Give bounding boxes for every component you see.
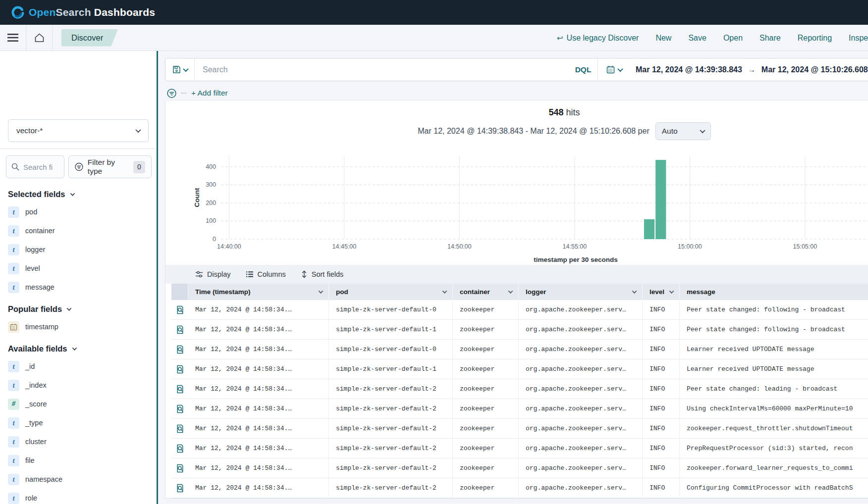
index-pattern-value: vector-* (16, 126, 43, 135)
toolbar-sort-fields-button[interactable]: Sort fields (301, 270, 343, 278)
cell-logger: org.apache.zookeeper.serv… (519, 478, 643, 498)
hamburger-icon (7, 33, 18, 42)
opensearch-logo[interactable]: OpenSearch Dashboards (11, 6, 155, 19)
field-item-level[interactable]: tlevel (8, 262, 149, 274)
nav-action-save[interactable]: Save (688, 34, 706, 43)
date-picker-button[interactable] (598, 58, 631, 81)
search-input[interactable] (195, 58, 569, 81)
field-item-container[interactable]: tcontainer (8, 225, 149, 237)
field-name: logger (25, 246, 45, 253)
cell-message: PrepRequestProcessor (sid:3) started, re… (680, 439, 868, 458)
inspect-document-button[interactable] (171, 300, 188, 320)
section-header-popular-fields[interactable]: Popular fields (8, 304, 149, 314)
field-item-logger[interactable]: tlogger (8, 244, 149, 255)
field-type-string-badge: t (8, 455, 19, 466)
hits-count: 548 hits (165, 107, 868, 118)
field-item-role[interactable]: trole (8, 492, 149, 504)
interval-value: Auto (662, 127, 678, 136)
menu-button[interactable] (0, 25, 26, 50)
field-item-pod[interactable]: tpod (8, 206, 149, 218)
svg-text:15:05:00: 15:05:00 (793, 243, 817, 250)
cell-time: Mar 12, 2024 @ 14:58:34.… (188, 419, 329, 439)
column-header-time-timestamp-[interactable]: Time (timestamp) (188, 284, 329, 300)
field-item-file[interactable]: tfile (8, 454, 149, 466)
cell-message: Learner received UPTODATE message (680, 359, 868, 379)
field-type-number-badge: # (8, 399, 19, 410)
nav-action-use-legacy-discover[interactable]: ↩Use legacy Discover (557, 34, 639, 43)
section-title: Available fields (8, 344, 67, 353)
nav-action-share[interactable]: Share (760, 34, 781, 43)
cell-time: Mar 12, 2024 @ 14:58:34.… (188, 439, 329, 458)
cell-level: INFO (643, 478, 680, 498)
table-row: Mar 12, 2024 @ 14:58:34.…simple-zk-serve… (171, 359, 868, 379)
cell-pod: simple-zk-server-default-2 (329, 379, 453, 399)
section-header-available-fields[interactable]: Available fields (8, 344, 149, 353)
cell-logger: org.apache.zookeeper.serv… (519, 340, 643, 359)
field-item-message[interactable]: tmessage (8, 281, 149, 293)
cell-pod: simple-zk-server-default-2 (329, 458, 453, 478)
field-name: _id (25, 362, 35, 370)
add-filter-button[interactable]: + Add filter (191, 89, 228, 98)
date-range-start[interactable]: Mar 12, 2024 @ 14:39:38.843 (636, 65, 742, 74)
histogram-chart[interactable]: 14:40:0014:45:0014:50:0014:55:0015:00:00… (192, 142, 868, 265)
query-language-button[interactable]: DQL (569, 58, 597, 81)
field-item-timestamp[interactable]: timestamp (8, 321, 149, 333)
cell-level: INFO (643, 359, 680, 379)
breadcrumb-discover[interactable]: Discover (61, 29, 118, 47)
field-item-_type[interactable]: t_type (8, 417, 149, 429)
svg-text:15:00:00: 15:00:00 (678, 243, 702, 250)
home-button[interactable] (26, 25, 52, 50)
inspect-document-button[interactable] (171, 439, 188, 458)
brand-text: OpenSearch Dashboards (29, 6, 155, 18)
field-item-_index[interactable]: t_index (8, 379, 149, 391)
nav-left: Discover (0, 25, 118, 50)
cell-pod: simple-zk-server-default-2 (329, 399, 453, 419)
index-pattern-select[interactable]: vector-* (8, 119, 149, 142)
inspect-document-button[interactable] (171, 399, 188, 419)
toolbar-label: Display (207, 270, 231, 278)
field-item-cluster[interactable]: tcluster (8, 436, 149, 448)
toolbar-label: Columns (258, 270, 286, 278)
filter-options-icon[interactable] (167, 89, 176, 98)
undo-icon: ↩ (557, 34, 563, 43)
cell-container: zookeeper (453, 340, 519, 359)
date-range[interactable]: Mar 12, 2024 @ 14:39:38.843 → Mar 12, 20… (631, 58, 868, 81)
cell-time: Mar 12, 2024 @ 14:58:34.… (188, 399, 329, 419)
table-row: Mar 12, 2024 @ 14:58:34.…simple-zk-serve… (171, 439, 868, 458)
field-item-namespace[interactable]: tnamespace (8, 473, 149, 485)
calendar-icon (606, 65, 615, 74)
inspect-document-button[interactable] (171, 340, 188, 359)
columns-icon (246, 270, 254, 278)
column-label: pod (336, 288, 348, 296)
field-item-_score[interactable]: #_score (8, 398, 149, 410)
cell-time: Mar 12, 2024 @ 14:58:34.… (188, 478, 329, 498)
column-header-level[interactable]: level (643, 284, 680, 300)
nav-action-open[interactable]: Open (723, 34, 743, 43)
toolbar-columns-button[interactable]: Columns (246, 270, 286, 278)
field-search-box[interactable] (6, 155, 64, 178)
interval-select[interactable]: Auto (655, 122, 711, 140)
save-query-button[interactable] (165, 58, 194, 81)
cell-level: INFO (643, 399, 680, 419)
column-header-logger[interactable]: logger (519, 284, 643, 300)
date-range-end[interactable]: Mar 12, 2024 @ 15:10:26.608 (761, 65, 868, 74)
nav-action-new[interactable]: New (655, 34, 671, 43)
nav-action-inspect[interactable]: Inspect (849, 34, 868, 43)
field-item-_id[interactable]: t_id (8, 360, 149, 372)
column-header-pod[interactable]: pod (329, 284, 453, 300)
column-header-container[interactable]: container (453, 284, 519, 300)
inspect-document-button[interactable] (171, 379, 188, 399)
toolbar-label: Sort fields (312, 270, 343, 278)
field-search-input[interactable] (23, 163, 58, 171)
filter-by-type-button[interactable]: Filter by type 0 (68, 155, 152, 178)
inspect-document-button[interactable] (171, 320, 188, 340)
inspect-document-button[interactable] (171, 478, 188, 498)
inspect-document-button[interactable] (171, 359, 188, 379)
field-type-string-badge: t (8, 436, 19, 448)
navbar: Discover ↩Use legacy DiscoverNewSaveOpen… (0, 25, 868, 51)
inspect-document-button[interactable] (171, 458, 188, 478)
nav-action-reporting[interactable]: Reporting (798, 34, 832, 43)
inspect-document-button[interactable] (171, 419, 188, 439)
section-header-selected-fields[interactable]: Selected fields (8, 190, 149, 199)
toolbar-display-button[interactable]: Display (195, 270, 231, 278)
